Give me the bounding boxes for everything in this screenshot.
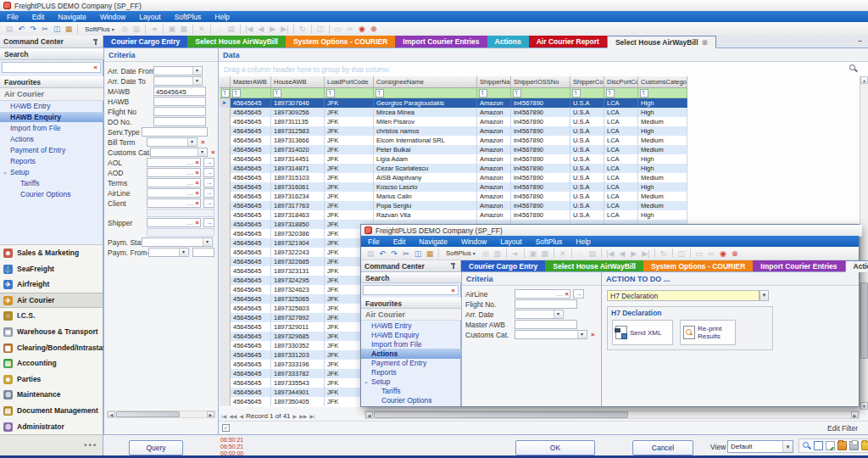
search-input[interactable]: ×	[363, 285, 459, 295]
menu-window[interactable]: Window	[454, 236, 493, 247]
scroll-up-icon[interactable]: ▲	[860, 76, 868, 84]
clear-icon[interactable]: ×	[195, 179, 199, 187]
mawb-input[interactable]: 45645645	[153, 87, 206, 96]
menu-edit[interactable]: Edit	[25, 11, 52, 22]
action-select[interactable]: H7 Declaration	[607, 290, 760, 301]
pdf-export-icon[interactable]: ◉	[717, 248, 729, 260]
customs-cat-input[interactable]: ▾	[515, 330, 587, 339]
menu-edit[interactable]: Edit	[387, 236, 413, 247]
tab-actions[interactable]: Actions	[487, 36, 529, 47]
pin-icon[interactable]	[92, 38, 99, 46]
nav-item-import-from-file[interactable]: Import from File	[0, 123, 103, 133]
tab-actions[interactable]: Actions⊗	[845, 260, 868, 272]
clear-icon[interactable]: ×	[195, 219, 199, 226]
open-folder-icon[interactable]	[837, 441, 847, 450]
clear-icon[interactable]: ×	[195, 189, 199, 197]
module-maintenance[interactable]: ⚙Maintenance	[0, 387, 103, 402]
filter-icon[interactable]	[326, 89, 335, 98]
col-masterawb[interactable]: MasterAWB	[231, 76, 271, 88]
close-tab-icon[interactable]: ⊗	[702, 38, 709, 47]
col-loadportcode[interactable]: LoadPortCode	[325, 76, 374, 88]
exit-icon[interactable]: ⊗	[368, 23, 380, 35]
softplus-menu-button[interactable]: SoftPlus▾	[442, 249, 480, 257]
tab-air-courier-report[interactable]: Air Courier Report	[529, 36, 607, 47]
clear-icon[interactable]: ×	[211, 148, 215, 156]
menu-help[interactable]: Help	[569, 236, 597, 247]
lookup-go-icon[interactable]: →	[203, 168, 214, 177]
module-sales-marketing[interactable]: ☻Sales & Marketing	[0, 245, 103, 260]
lookup-go-icon[interactable]: →	[203, 188, 214, 198]
chevron-down-icon[interactable]: ▾	[179, 249, 187, 256]
softplus-menu-button[interactable]: SoftPlus▾	[81, 25, 119, 33]
ok-button[interactable]: OK	[515, 440, 595, 455]
module-warehouse-transport[interactable]: ▣Warehouse & Transport	[0, 324, 103, 339]
module-air-courier[interactable]: ✈Air Courier	[0, 293, 103, 308]
preview-icon[interactable]	[802, 441, 811, 450]
nav-item-actions[interactable]: Actions	[0, 134, 103, 144]
chevron-down-icon[interactable]: ▾	[577, 331, 586, 338]
do-no-input[interactable]	[153, 117, 206, 126]
undo-icon[interactable]: ↶	[376, 248, 388, 260]
nav-item-setup[interactable]: ⌄Setup	[0, 167, 103, 177]
grid-row-2[interactable]: 456456451897309256JFKMircea MineaAmazoni…	[220, 108, 687, 117]
tab-select-house-airwaybill[interactable]: Select House AirWayBill⊗	[607, 36, 716, 48]
clear-search-icon[interactable]: ×	[451, 287, 455, 294]
shipper-input[interactable]: …×	[147, 218, 201, 227]
scroll-thumb[interactable]	[116, 411, 180, 417]
client-input[interactable]: …×	[147, 198, 201, 208]
grid-row-7[interactable]: 456456451897314451JFKLigia AdamAmazonin4…	[220, 154, 687, 164]
scroll-right-icon[interactable]: ▶	[851, 411, 859, 418]
filter-houseawb[interactable]	[271, 88, 325, 98]
chevron-down-icon[interactable]: ▾	[198, 148, 206, 156]
grid-row-4[interactable]: 456456451897312583JFKchristos namosAmazo…	[220, 126, 687, 136]
menu-softplus[interactable]: SoftPlus	[529, 236, 570, 247]
menu-layout[interactable]: Layout	[132, 11, 168, 22]
nav-item-hawb-entry[interactable]: HAWB Entry	[0, 101, 103, 111]
clear-icon[interactable]: ×	[201, 138, 205, 146]
scroll-left-icon[interactable]: ◀	[108, 411, 115, 417]
air-courier-group-header[interactable]: Air Courier	[361, 309, 461, 321]
filter-icon[interactable]	[273, 89, 281, 98]
clear-icon[interactable]: ×	[195, 199, 199, 207]
menu-file[interactable]: File	[0, 11, 25, 22]
paym-from-to-to-input[interactable]	[192, 248, 214, 257]
send-xml-button[interactable]: Send XML	[612, 320, 673, 345]
tab-courier-cargo-entry[interactable]: Courier Cargo Entry	[103, 36, 187, 47]
module-airfreight[interactable]: ✈Airfreight	[0, 276, 103, 292]
grid-row-1[interactable]: ►456456451897307646JFKGeorgios Paragioud…	[220, 98, 687, 108]
air-courier-group-header[interactable]: Air Courier	[0, 88, 103, 101]
filter-checkbox[interactable]: ✓	[222, 424, 230, 432]
grid-v-scrollbar[interactable]: ▲ ▼	[860, 76, 868, 410]
prev-record-icon[interactable]: ◀	[239, 413, 243, 419]
filter-icon[interactable]	[479, 89, 487, 98]
col-shipperco[interactable]: ShipperCo...	[570, 76, 604, 88]
grid-h-scrollbar[interactable]: ◀ ▶	[364, 411, 860, 419]
tab-system-options-courier[interactable]: System Options - COURIER	[643, 260, 753, 271]
chevron-down-icon[interactable]: ▾	[192, 77, 201, 85]
col-houseawb[interactable]: HouseAWB	[271, 76, 325, 88]
arr-date-to-input[interactable]: ▾	[153, 76, 203, 86]
group-by-band[interactable]: Drag a column header here to group by th…	[219, 62, 868, 76]
module-parties[interactable]: ☻Parties	[0, 371, 103, 387]
filter-icon[interactable]	[572, 89, 581, 98]
folder-icon[interactable]	[861, 441, 868, 450]
redo-icon[interactable]: ↷	[27, 23, 39, 35]
cancel-button[interactable]: Cancel	[632, 440, 693, 455]
grid-row-9[interactable]: 456456451897315103JFKAISB AlapitvanyAmaz…	[220, 173, 687, 182]
overflow-icon[interactable]: • • •	[84, 441, 96, 450]
chevron-down-icon[interactable]: ▾	[192, 67, 201, 75]
col-discportco[interactable]: DiscPortCo...	[604, 76, 638, 88]
print-icon[interactable]	[849, 441, 859, 450]
copy-icon[interactable]: ◫	[51, 23, 63, 35]
filter-masterawb[interactable]	[231, 88, 271, 98]
grid-row-5[interactable]: 456456451897313666JFKElcom International…	[220, 136, 687, 145]
lookup-go-icon[interactable]: →	[203, 198, 214, 208]
grid-row-10[interactable]: 456456451897316061JFKKoscso LaszloAmazon…	[220, 182, 687, 192]
filter-customscategor[interactable]	[638, 88, 687, 98]
chevron-down-icon[interactable]: ▼	[760, 290, 769, 301]
filter-icon[interactable]	[376, 89, 384, 98]
menu-navigate[interactable]: Navigate	[51, 11, 93, 22]
filter-icon[interactable]	[606, 89, 615, 98]
filter-discportco[interactable]	[604, 88, 638, 98]
menu-navigate[interactable]: Navigate	[412, 236, 454, 247]
